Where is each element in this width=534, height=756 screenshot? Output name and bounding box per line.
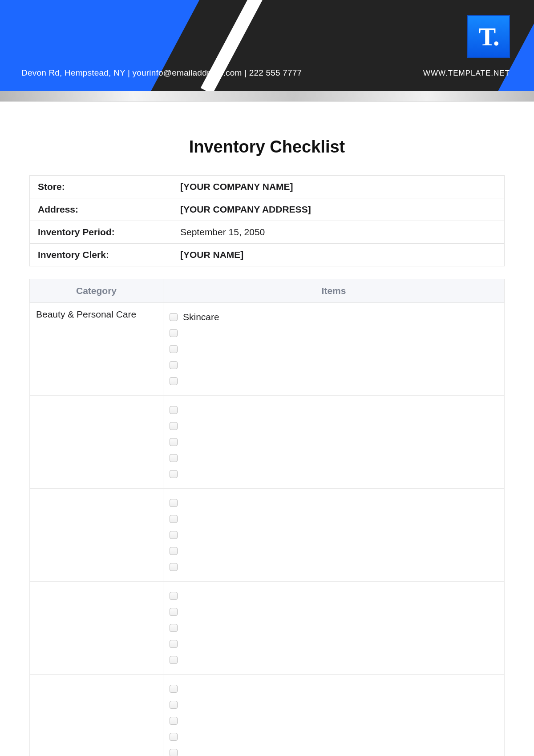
store-value: [YOUR COMPANY NAME] <box>172 176 505 198</box>
checklist-item <box>170 713 498 729</box>
info-row-clerk: Inventory Clerk: [YOUR NAME] <box>30 244 505 266</box>
checklist-item <box>170 357 498 373</box>
category-cell: Beauty & Personal Care <box>30 303 163 396</box>
table-row <box>30 675 505 756</box>
info-row-period: Inventory Period: September 15, 2050 <box>30 221 505 244</box>
metallic-divider <box>0 91 534 102</box>
info-table: Store: [YOUR COMPANY NAME] Address: [YOU… <box>29 175 505 266</box>
period-label: Inventory Period: <box>30 221 172 244</box>
contact-info: Devon Rd, Hempstead, NY | yourinfo@email… <box>21 68 302 78</box>
checklist-item <box>170 620 498 636</box>
item-checkbox[interactable] <box>170 717 178 725</box>
page-title: Inventory Checklist <box>29 137 505 157</box>
item-checkbox[interactable] <box>170 624 178 632</box>
items-cell <box>163 582 505 675</box>
checklist-item <box>170 325 498 341</box>
clerk-value: [YOUR NAME] <box>172 244 505 266</box>
item-checkbox[interactable] <box>170 701 178 709</box>
checklist-item <box>170 681 498 697</box>
item-checkbox[interactable] <box>170 656 178 664</box>
document-body: Inventory Checklist Store: [YOUR COMPANY… <box>0 102 534 756</box>
checklist-item <box>170 604 498 620</box>
info-row-address: Address: [YOUR COMPANY ADDRESS] <box>30 198 505 221</box>
checklist-item <box>170 588 498 604</box>
items-cell: Skincare <box>163 303 505 396</box>
logo-letter: T. <box>479 22 499 52</box>
checklist-item <box>170 527 498 543</box>
item-checkbox[interactable] <box>170 313 178 321</box>
category-cell <box>30 582 163 675</box>
table-row <box>30 396 505 489</box>
item-checkbox[interactable] <box>170 470 178 478</box>
item-checkbox[interactable] <box>170 531 178 539</box>
item-checkbox[interactable] <box>170 733 178 741</box>
item-checkbox[interactable] <box>170 515 178 523</box>
items-cell <box>163 489 505 582</box>
checklist-item <box>170 373 498 389</box>
checklist-item <box>170 341 498 357</box>
checklist-item: Skincare <box>170 309 498 325</box>
item-checkbox[interactable] <box>170 685 178 693</box>
item-checkbox[interactable] <box>170 749 178 756</box>
address-value: [YOUR COMPANY ADDRESS] <box>172 198 505 221</box>
category-cell <box>30 675 163 756</box>
info-row-store: Store: [YOUR COMPANY NAME] <box>30 176 505 198</box>
checklist-item <box>170 511 498 527</box>
checklist-item <box>170 745 498 756</box>
category-cell <box>30 489 163 582</box>
item-checkbox[interactable] <box>170 608 178 616</box>
table-row <box>30 489 505 582</box>
checklist-item <box>170 729 498 745</box>
items-cell <box>163 396 505 489</box>
checklist-table: Category Items Beauty & Personal CareSki… <box>29 279 505 756</box>
column-header-items: Items <box>163 279 505 303</box>
item-checkbox[interactable] <box>170 547 178 555</box>
item-checkbox[interactable] <box>170 377 178 385</box>
checklist-item <box>170 434 498 450</box>
checklist-item <box>170 697 498 713</box>
store-label: Store: <box>30 176 172 198</box>
item-checkbox[interactable] <box>170 640 178 648</box>
checklist-item <box>170 466 498 482</box>
checklist-item <box>170 652 498 668</box>
item-label: Skincare <box>183 312 219 322</box>
item-checkbox[interactable] <box>170 361 178 369</box>
website-url: WWW.TEMPLATE.NET <box>423 69 510 78</box>
period-value: September 15, 2050 <box>172 221 505 244</box>
item-checkbox[interactable] <box>170 345 178 353</box>
items-cell <box>163 675 505 756</box>
header-banner: Devon Rd, Hempstead, NY | yourinfo@email… <box>0 0 534 91</box>
column-header-category: Category <box>30 279 163 303</box>
category-cell <box>30 396 163 489</box>
checklist-item <box>170 402 498 418</box>
item-checkbox[interactable] <box>170 499 178 507</box>
item-checkbox[interactable] <box>170 329 178 337</box>
item-checkbox[interactable] <box>170 563 178 571</box>
checklist-item <box>170 559 498 575</box>
logo-icon: T. <box>467 15 510 58</box>
item-checkbox[interactable] <box>170 592 178 600</box>
table-row <box>30 582 505 675</box>
item-checkbox[interactable] <box>170 454 178 462</box>
address-label: Address: <box>30 198 172 221</box>
clerk-label: Inventory Clerk: <box>30 244 172 266</box>
checklist-item <box>170 495 498 511</box>
item-checkbox[interactable] <box>170 438 178 446</box>
checklist-item <box>170 450 498 466</box>
item-checkbox[interactable] <box>170 422 178 430</box>
table-row: Beauty & Personal CareSkincare <box>30 303 505 396</box>
checklist-item <box>170 418 498 434</box>
checklist-item <box>170 543 498 559</box>
item-checkbox[interactable] <box>170 406 178 414</box>
checklist-item <box>170 636 498 652</box>
